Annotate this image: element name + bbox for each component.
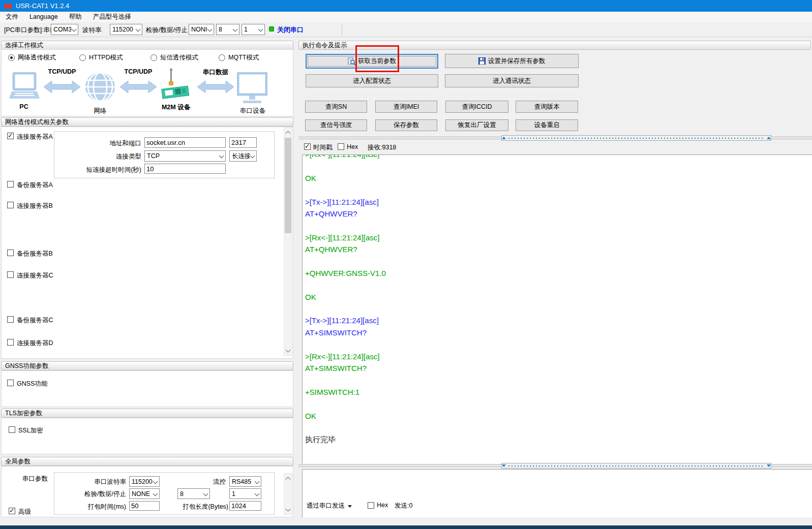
chevron-down-icon [258, 27, 264, 32]
chevron-down-icon [254, 491, 261, 496]
splitter-handle[interactable] [501, 135, 771, 141]
link-arrow-icon [120, 80, 157, 94]
command-button[interactable]: 查询SN [305, 101, 367, 113]
scroll-up-icon[interactable] [284, 474, 292, 482]
pack-len-input[interactable] [229, 501, 261, 511]
radio-icon[interactable] [79, 54, 86, 61]
command-button[interactable]: 查信号强度 [305, 119, 367, 131]
recv-hex-checkbox[interactable] [338, 143, 344, 150]
chevron-down-icon [250, 153, 256, 159]
databits-select[interactable]: 8 [216, 24, 239, 35]
splitter-bottom[interactable] [298, 463, 812, 469]
mode-option-label: 网络透传模式 [18, 53, 56, 62]
enter-config-button[interactable]: 进入配置状态 [306, 74, 438, 87]
gnss-label: GNSS功能 [17, 380, 47, 388]
scrollbar-thumb[interactable] [285, 138, 291, 233]
serial-baud-select[interactable]: 115200 [129, 476, 160, 487]
send-hex-label: Hex [377, 502, 388, 509]
serial-stopbits-select[interactable]: 1 [229, 488, 261, 499]
server-checkbox-label: 连接服务器B [17, 202, 53, 210]
send-via-serial-button[interactable]: 通过串口发送 [307, 502, 345, 510]
server-checkbox[interactable] [7, 339, 14, 346]
command-button[interactable]: 恢复出厂设置 [445, 119, 508, 131]
serial-databits-select[interactable]: 8 [177, 488, 210, 499]
radio-icon[interactable] [219, 54, 225, 61]
command-button[interactable]: 保存参数 [375, 119, 437, 131]
log-line [305, 303, 812, 315]
group-work-mode-header: 选择工作模式 [1, 41, 293, 50]
net-params-scrollbar[interactable] [284, 127, 292, 356]
dropdown-arrow-icon[interactable] [348, 505, 352, 508]
pack-time-input[interactable] [129, 501, 160, 511]
ssl-checkbox[interactable] [9, 426, 15, 433]
sent-count: 发送:0 [395, 502, 412, 510]
server-port-input[interactable] [229, 137, 257, 148]
baud-select[interactable]: 115200 [110, 24, 142, 35]
send-input-area[interactable] [302, 469, 812, 517]
global-scrollbar[interactable] [284, 473, 292, 515]
server-a-checkbox[interactable] [7, 133, 14, 139]
advanced-checkbox[interactable] [9, 508, 15, 514]
parity-select[interactable]: NONI [189, 24, 214, 35]
chevron-down-icon [71, 27, 78, 32]
command-button[interactable]: 查询版本 [516, 101, 578, 113]
log-line: +QHWVER:GNSS-V1.0 [305, 267, 812, 279]
group-tls-body [1, 418, 293, 454]
advanced-label: 高级 [18, 508, 31, 516]
get-params-icon [348, 57, 355, 66]
menu-item[interactable]: 产品型号选择 [87, 12, 137, 22]
group-tls-header: TLS加密参数 [1, 409, 293, 418]
stopbits-select[interactable]: 1 [242, 24, 265, 35]
mode-option[interactable]: 网络透传模式 [8, 53, 56, 62]
collapse-down-icon [502, 464, 506, 467]
conn-type-label: 连接类型 [55, 152, 141, 161]
log-line: OK [305, 172, 812, 184]
menu-item[interactable]: Language [24, 12, 64, 22]
command-button-label: 设备重启 [534, 121, 560, 130]
radio-icon[interactable] [8, 54, 15, 61]
enter-comm-button[interactable]: 进入通讯状态 [445, 74, 579, 87]
close-port-button[interactable]: 关闭串口 [277, 25, 304, 35]
radio-icon[interactable] [151, 54, 157, 61]
server-checkbox-label: 连接服务器D [17, 339, 53, 348]
port-select[interactable]: COM3 [51, 24, 78, 35]
log-line: >[Rx<-][11:21:24][asc] [305, 351, 812, 362]
menu-item[interactable]: 文件 [0, 12, 24, 22]
group-gnss-header: GNSS功能参数 [1, 361, 293, 370]
serial-parity-select[interactable]: NONE [129, 488, 160, 499]
flow-select[interactable]: RS485 [229, 476, 261, 487]
conn-type-select[interactable]: TCP [144, 150, 226, 162]
server-address-input[interactable] [144, 137, 226, 148]
timestamp-checkbox[interactable] [304, 143, 311, 150]
menu-item[interactable]: 帮助 [64, 12, 87, 22]
set-save-all-button[interactable]: 设置并保存所有参数 [445, 54, 579, 68]
splitter-handle[interactable] [501, 463, 771, 469]
log-line: OK [305, 291, 812, 303]
send-hex-checkbox[interactable] [368, 502, 374, 509]
menu-bar: 文件Language帮助产品型号选择 [0, 12, 812, 22]
command-button[interactable]: 设备重启 [516, 119, 578, 131]
command-button[interactable]: 查询ICCID [445, 101, 508, 113]
splitter-top[interactable] [298, 135, 812, 141]
scroll-down-icon[interactable] [284, 347, 292, 355]
timeout-input[interactable] [144, 164, 226, 174]
command-button[interactable]: 查询IMEI [375, 101, 437, 113]
command-button-label: 查询SN [325, 103, 347, 111]
server-checkbox[interactable] [7, 316, 14, 323]
log-output[interactable]: >[Rx<-][11:21:24][asc]OK>[Tx->][11:21:24… [302, 154, 812, 463]
mode-option[interactable]: 短信透传模式 [151, 53, 198, 62]
keepalive-select[interactable]: 长连接 [229, 150, 257, 162]
collapse-up-icon [502, 137, 506, 139]
mode-option[interactable]: MQTT模式 [219, 53, 259, 62]
mode-option[interactable]: HTTPD模式 [79, 53, 123, 62]
gnss-checkbox[interactable] [7, 380, 14, 386]
scroll-up-icon[interactable] [284, 128, 292, 136]
scroll-down-icon[interactable] [284, 506, 292, 514]
server-checkbox[interactable] [7, 250, 14, 256]
port-open-indicator-icon [269, 26, 274, 32]
node-label-serial: 串口设备 [232, 107, 274, 115]
server-checkbox[interactable] [7, 202, 14, 208]
server-checkbox[interactable] [7, 181, 14, 188]
server-checkbox[interactable] [7, 271, 14, 278]
chevron-down-icon [254, 479, 261, 484]
